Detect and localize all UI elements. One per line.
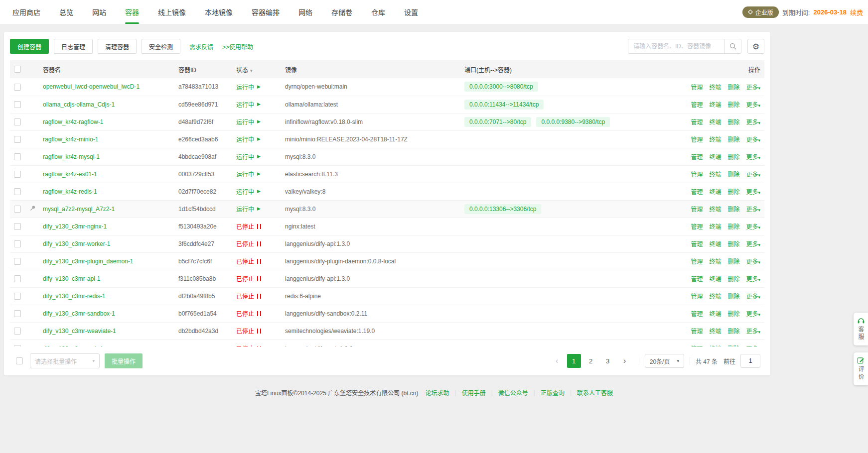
nav-item-3[interactable]: 网站 bbox=[83, 0, 116, 24]
manage-link[interactable]: 管理 bbox=[691, 102, 703, 109]
renew-link[interactable]: 续费 bbox=[850, 7, 863, 17]
more-link[interactable]: 更多▾ bbox=[746, 328, 760, 335]
delete-link[interactable]: 删除 bbox=[727, 311, 739, 318]
container-name-link[interactable]: dify_v130_c3mr-plugin_daemon-1 bbox=[43, 258, 133, 265]
manage-link[interactable]: 管理 bbox=[691, 258, 703, 265]
more-link[interactable]: 更多▾ bbox=[746, 206, 760, 213]
feedback-link[interactable]: 需求反馈 bbox=[189, 42, 213, 51]
page-button-3[interactable]: 3 bbox=[601, 354, 615, 368]
more-link[interactable]: 更多▾ bbox=[746, 189, 760, 196]
container-name-link[interactable]: dify_v130_c3mr-redis-1 bbox=[43, 293, 105, 300]
row-checkbox[interactable] bbox=[14, 310, 21, 317]
batch-operation-select[interactable]: 请选择批量操作 ▾ bbox=[30, 353, 100, 368]
more-link[interactable]: 更多▾ bbox=[746, 224, 760, 230]
more-link[interactable]: 更多▾ bbox=[746, 119, 760, 126]
container-name-link[interactable]: openwebui_iwcd-openwebui_iwcD-1 bbox=[43, 83, 140, 90]
terminal-link[interactable]: 终端 bbox=[709, 84, 721, 91]
more-link[interactable]: 更多▾ bbox=[746, 136, 760, 143]
batch-operation-button[interactable]: 批量操作 bbox=[105, 353, 143, 368]
delete-link[interactable]: 删除 bbox=[727, 328, 739, 335]
nav-item-1[interactable]: 应用商店 bbox=[3, 0, 50, 24]
customer-service-tab[interactable]: 客服 bbox=[854, 313, 868, 345]
log-management-button[interactable]: 日志管理 bbox=[54, 39, 93, 54]
container-name-link[interactable]: ragflow_kr4z-mysql-1 bbox=[43, 153, 100, 160]
manage-link[interactable]: 管理 bbox=[691, 293, 703, 300]
clean-container-button[interactable]: 清理容器 bbox=[98, 39, 137, 54]
container-name-link[interactable]: mysql_a7z2-mysql_A7z2-1 bbox=[43, 206, 115, 213]
status-badge[interactable]: 已停止 bbox=[236, 327, 261, 335]
delete-link[interactable]: 删除 bbox=[727, 241, 739, 248]
nav-item-10[interactable]: 仓库 bbox=[362, 0, 395, 24]
delete-link[interactable]: 删除 bbox=[727, 224, 739, 230]
status-badge[interactable]: 已停止 bbox=[236, 292, 261, 300]
status-badge[interactable]: 已停止 bbox=[236, 309, 261, 318]
status-badge[interactable]: 运行中▶ bbox=[236, 117, 261, 126]
terminal-link[interactable]: 终端 bbox=[709, 171, 721, 178]
status-badge[interactable]: 已停止 bbox=[236, 222, 261, 230]
nav-item-2[interactable]: 总览 bbox=[50, 0, 83, 24]
terminal-link[interactable]: 终端 bbox=[709, 136, 721, 143]
footer-link-4[interactable]: 正版查询 bbox=[541, 388, 565, 397]
container-name-link[interactable]: ragflow_kr4z-redis-1 bbox=[43, 188, 97, 195]
status-badge[interactable]: 运行中▶ bbox=[236, 187, 261, 196]
prev-page-button[interactable]: ‹ bbox=[550, 354, 564, 368]
manage-link[interactable]: 管理 bbox=[691, 136, 703, 143]
container-name-link[interactable]: dify_v130_c3mr-sandbox-1 bbox=[43, 310, 115, 317]
row-checkbox[interactable] bbox=[14, 275, 21, 282]
status-badge[interactable]: 已停止 bbox=[236, 239, 261, 248]
terminal-link[interactable]: 终端 bbox=[709, 189, 721, 196]
more-link[interactable]: 更多▾ bbox=[746, 84, 760, 91]
manage-link[interactable]: 管理 bbox=[691, 224, 703, 230]
nav-item-9[interactable]: 存储卷 bbox=[322, 0, 362, 24]
page-size-select[interactable]: 20条/页 ▾ bbox=[645, 354, 684, 368]
terminal-link[interactable]: 终端 bbox=[709, 241, 721, 248]
status-badge[interactable]: 运行中▶ bbox=[236, 170, 261, 178]
row-checkbox[interactable] bbox=[14, 223, 21, 230]
delete-link[interactable]: 删除 bbox=[727, 206, 739, 213]
container-name-link[interactable]: dify_v130_c3mr-api-1 bbox=[43, 275, 100, 282]
delete-link[interactable]: 删除 bbox=[727, 189, 739, 196]
nav-item-11[interactable]: 设置 bbox=[395, 0, 428, 24]
manage-link[interactable]: 管理 bbox=[691, 276, 703, 283]
search-input[interactable] bbox=[628, 39, 724, 53]
row-checkbox[interactable] bbox=[14, 206, 21, 213]
batch-select-all-checkbox[interactable] bbox=[16, 357, 23, 364]
manage-link[interactable]: 管理 bbox=[691, 119, 703, 126]
container-name-link[interactable]: ragflow_kr4z-minio-1 bbox=[43, 136, 98, 143]
container-name-link[interactable]: dify_v130_c3mr-worker-1 bbox=[43, 240, 110, 247]
status-badge[interactable]: 运行中▶ bbox=[236, 152, 261, 161]
delete-link[interactable]: 删除 bbox=[727, 119, 739, 126]
terminal-link[interactable]: 终端 bbox=[709, 119, 721, 126]
terminal-link[interactable]: 终端 bbox=[709, 206, 721, 213]
terminal-link[interactable]: 终端 bbox=[709, 311, 721, 318]
delete-link[interactable]: 删除 bbox=[727, 293, 739, 300]
status-badge[interactable]: 运行中▶ bbox=[236, 100, 261, 109]
terminal-link[interactable]: 终端 bbox=[709, 293, 721, 300]
row-checkbox[interactable] bbox=[14, 293, 21, 300]
row-checkbox[interactable] bbox=[14, 188, 21, 195]
status-badge[interactable]: 已停止 bbox=[236, 274, 261, 283]
footer-link-1[interactable]: 论坛求助 bbox=[426, 388, 449, 397]
goto-page-input[interactable] bbox=[740, 354, 760, 368]
more-link[interactable]: 更多▾ bbox=[746, 311, 760, 318]
search-button[interactable] bbox=[724, 39, 741, 53]
delete-link[interactable]: 删除 bbox=[727, 102, 739, 109]
settings-button[interactable]: ⚙ bbox=[747, 39, 764, 54]
more-link[interactable]: 更多▾ bbox=[746, 102, 760, 109]
row-checkbox[interactable] bbox=[14, 328, 21, 335]
page-button-2[interactable]: 2 bbox=[584, 354, 598, 368]
row-checkbox[interactable] bbox=[14, 153, 21, 160]
manage-link[interactable]: 管理 bbox=[691, 328, 703, 335]
delete-link[interactable]: 删除 bbox=[727, 136, 739, 143]
row-checkbox[interactable] bbox=[14, 84, 21, 91]
next-page-button[interactable]: › bbox=[618, 354, 632, 368]
more-link[interactable]: 更多▾ bbox=[746, 154, 760, 161]
terminal-link[interactable]: 终端 bbox=[709, 276, 721, 283]
create-container-button[interactable]: 创建容器 bbox=[10, 39, 49, 54]
security-check-button[interactable]: 安全检测 bbox=[142, 39, 180, 54]
container-name-link[interactable]: ragflow_kr4z-ragflow-1 bbox=[43, 118, 103, 125]
status-badge[interactable]: 已停止 bbox=[236, 257, 261, 265]
row-checkbox[interactable] bbox=[14, 118, 21, 125]
terminal-link[interactable]: 终端 bbox=[709, 258, 721, 265]
nav-item-5[interactable]: 线上镜像 bbox=[148, 0, 195, 24]
